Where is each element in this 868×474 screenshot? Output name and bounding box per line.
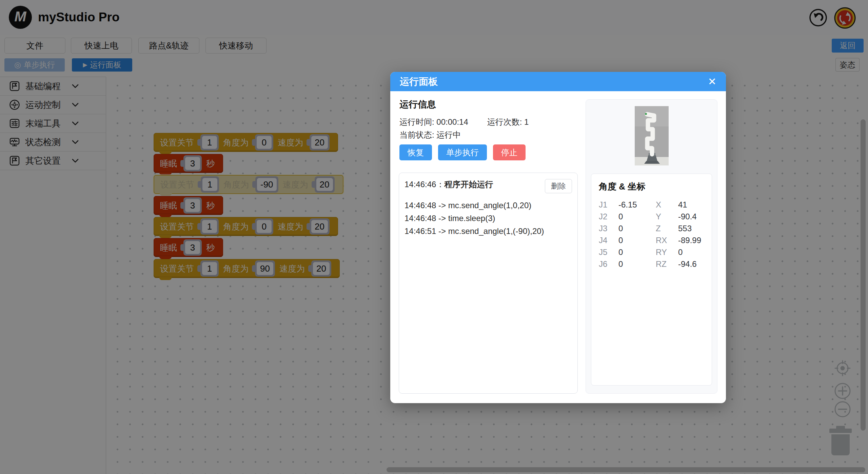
log-line: 14:46:48 -> mc.send_angle(1,0,20) xyxy=(405,201,572,210)
robot-status-panel: 角度 & 坐标 J1-6.15 X41 J20 Y-90.4 J30 Z553 … xyxy=(586,99,717,394)
table-row: J1-6.15 X41 xyxy=(599,199,704,211)
state-label: 当前状态: xyxy=(399,130,434,139)
modal-title: 运行面板 xyxy=(400,75,438,88)
run-info-heading: 运行信息 xyxy=(399,98,436,111)
table-row: J30 Z553 xyxy=(599,222,704,234)
run-control-buttons: 恢复 单步执行 停止 xyxy=(399,144,526,160)
delete-log-button[interactable]: 删除 xyxy=(545,179,572,193)
modal-header: 运行面板 ✕ xyxy=(390,72,726,91)
resume-button[interactable]: 恢复 xyxy=(399,144,432,160)
log-start-time: 14:46:46： xyxy=(405,179,444,190)
table-row: J60 RZ-94.6 xyxy=(599,258,704,270)
runtime-label: 运行时间: xyxy=(399,117,434,126)
run-log-panel: 14:46:46： 程序开始运行 删除 14:46:48 -> mc.send_… xyxy=(399,173,578,394)
stop-button[interactable]: 停止 xyxy=(493,144,526,160)
run-stats-row: 运行时间: 00:00:14 运行次数: 1 xyxy=(399,117,529,127)
run-count-value: 1 xyxy=(524,117,529,126)
angles-coords-card: 角度 & 坐标 J1-6.15 X41 J20 Y-90.4 J30 Z553 … xyxy=(591,174,712,386)
robot-arm-image xyxy=(586,106,717,165)
step-execute-modal-button[interactable]: 单步执行 xyxy=(438,144,487,160)
angles-coords-heading: 角度 & 坐标 xyxy=(599,181,704,193)
table-row: J40 RX-89.99 xyxy=(599,234,704,246)
runtime-value: 00:00:14 xyxy=(436,117,468,126)
log-line: 14:46:51 -> mc.send_angle(1,(-90),20) xyxy=(405,226,572,236)
state-value: 运行中 xyxy=(436,130,461,139)
run-panel-modal: 运行面板 ✕ 运行信息 运行时间: 00:00:14 运行次数: 1 当前状态:… xyxy=(390,72,726,403)
log-start-message: 程序开始运行 xyxy=(444,179,493,190)
run-count-label: 运行次数: xyxy=(487,117,522,126)
run-state-row: 当前状态: 运行中 xyxy=(399,130,461,140)
table-row: J20 Y-90.4 xyxy=(599,211,704,222)
log-line: 14:46:48 -> time.sleep(3) xyxy=(405,214,572,223)
close-icon[interactable]: ✕ xyxy=(708,77,716,87)
table-row: J50 RY0 xyxy=(599,246,704,258)
